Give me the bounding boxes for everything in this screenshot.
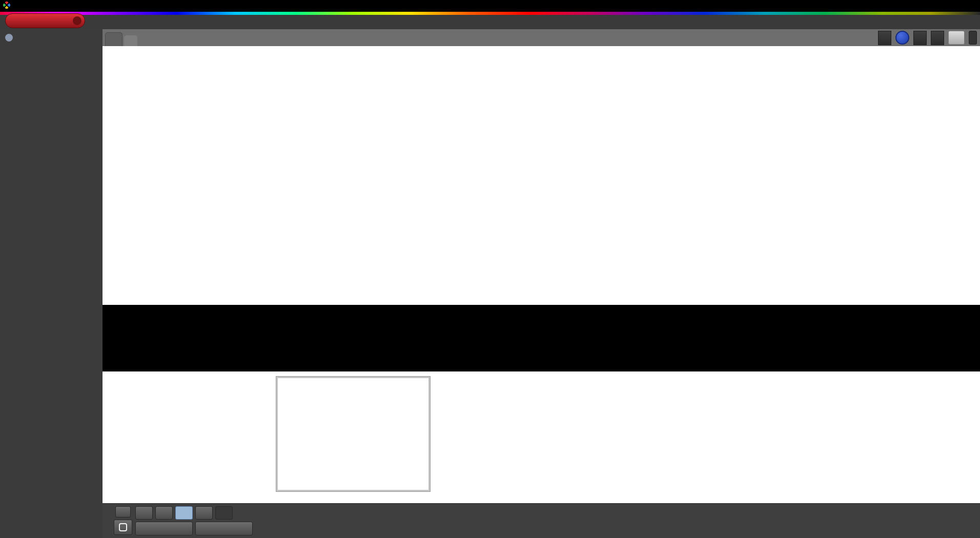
analysis-main-area xyxy=(103,46,980,503)
edge-panel-button[interactable] xyxy=(969,31,977,45)
swatch-row-label-target xyxy=(231,335,241,355)
save-button[interactable] xyxy=(175,506,193,520)
calman-app-window xyxy=(0,0,980,538)
cie-chart-plot xyxy=(278,378,428,380)
layout-button[interactable] xyxy=(215,506,233,520)
maximize-button[interactable] xyxy=(941,0,961,12)
pattern-window-button[interactable] xyxy=(114,520,132,535)
tab-history-1[interactable] xyxy=(105,32,122,46)
pattern-window-icon xyxy=(119,523,127,531)
meter-dropdown[interactable] xyxy=(878,31,891,45)
pattern-up-button[interactable] xyxy=(115,506,131,518)
grayscale-swatch-strip xyxy=(103,305,980,371)
sidebar-nav-dot[interactable] xyxy=(5,34,13,42)
calman-menu-button[interactable] xyxy=(5,13,85,28)
app-icon xyxy=(3,2,10,11)
close-button[interactable] xyxy=(961,0,980,12)
add-tab-button[interactable] xyxy=(124,35,137,46)
meter-accent xyxy=(879,31,881,45)
play-button[interactable] xyxy=(155,506,173,520)
pattern-generator-accent xyxy=(914,31,916,45)
display-control-accent xyxy=(931,31,934,45)
settings-button[interactable] xyxy=(948,31,965,45)
swatch-row-label-actual xyxy=(231,311,241,330)
pattern-generator-dropdown[interactable] xyxy=(913,31,927,45)
stop-button[interactable] xyxy=(135,506,153,520)
calman-menu-chevron-icon[interactable] xyxy=(73,16,81,25)
title-bar xyxy=(0,0,980,12)
patch-bar xyxy=(103,504,105,507)
next-button[interactable] xyxy=(195,522,253,535)
meter-count-badge xyxy=(895,31,909,45)
display-control-dropdown[interactable] xyxy=(931,31,944,45)
cie-chromaticity-chart xyxy=(276,377,430,491)
tab-bar xyxy=(103,29,980,46)
pattern-control-bar xyxy=(103,503,980,538)
minimize-button[interactable] xyxy=(922,0,941,12)
transport-controls xyxy=(114,504,253,535)
workflow-sidebar xyxy=(0,29,103,538)
header-row xyxy=(0,15,980,29)
back-button[interactable] xyxy=(135,522,193,535)
continuous-read-button[interactable] xyxy=(195,506,213,520)
